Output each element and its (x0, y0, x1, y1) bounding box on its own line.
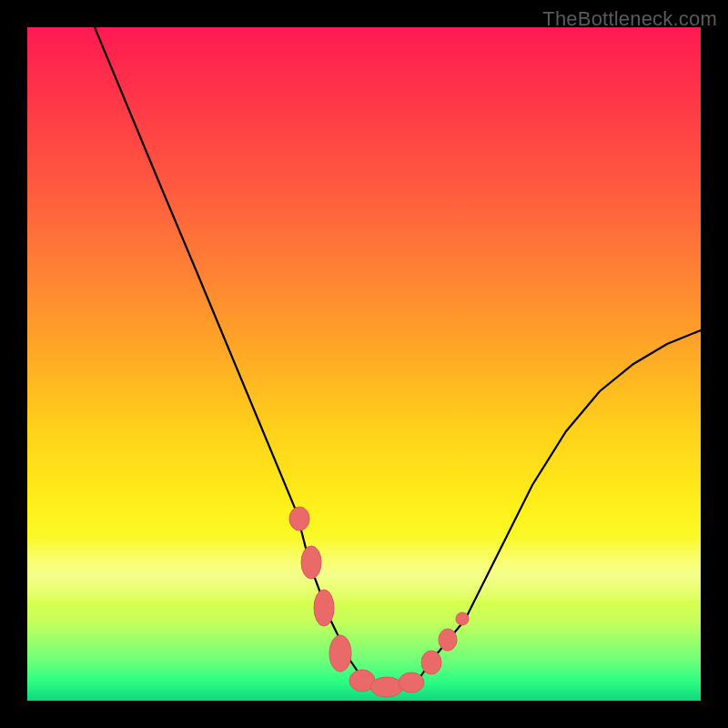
marker-dot (456, 612, 469, 625)
marker-dot (370, 677, 403, 697)
curve-svg (27, 27, 701, 701)
watermark-text: TheBottleneck.com (542, 7, 717, 31)
marker-dot (399, 672, 424, 693)
marker-dot (314, 590, 334, 626)
plot-area (27, 27, 701, 701)
marker-cluster (289, 507, 469, 697)
chart-frame: TheBottleneck.com (0, 0, 728, 728)
bottleneck-curve (95, 27, 701, 687)
marker-dot (421, 651, 441, 674)
marker-dot (329, 635, 351, 672)
marker-dot (301, 546, 321, 579)
marker-dot (439, 629, 457, 651)
marker-dot (289, 507, 309, 531)
